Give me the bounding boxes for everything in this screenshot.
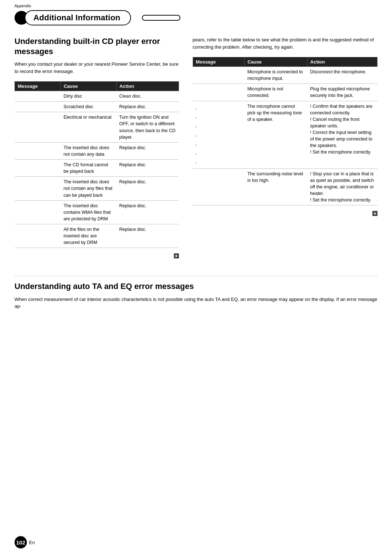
cell-message: ,,,,,,,: [193, 101, 244, 168]
cell-cause: Scratched disc: [61, 102, 117, 112]
table-row: Scratched disc Replace disc.: [15, 102, 179, 112]
cell-cause: The CD format cannot be played back: [61, 160, 117, 177]
cell-action: ! Stop your car in a place that is as qu…: [307, 168, 377, 205]
cell-message: [15, 112, 61, 143]
cell-cause: The inserted disc contains WMA files tha…: [61, 200, 117, 224]
cell-action: Clean disc.: [116, 91, 179, 102]
cell-cause: Microphone is connected to mi­crophone i…: [244, 67, 307, 84]
cell-action: Turn the ignition ON and OFF, or switch …: [116, 112, 179, 143]
th-action-right: Action: [307, 57, 377, 67]
cell-message: [15, 160, 61, 177]
appendix-label: Appendix: [15, 4, 31, 8]
section1-right-intro: pears, refer to the table below to see w…: [193, 36, 377, 50]
page-number: 102: [15, 536, 27, 548]
cell-message: [193, 168, 244, 205]
page-number-area: 102 En: [15, 536, 35, 548]
cell-action: Replace disc.: [116, 160, 179, 177]
section1-heading: Understanding built-in CD player error m…: [15, 36, 179, 56]
cell-cause: The inserted disc does not contain any d…: [61, 142, 117, 159]
cell-cause: All the files on the inserted disc are s…: [61, 224, 117, 248]
cell-cause: The inserted disc does not contain any f…: [61, 177, 117, 200]
page-en-label: En: [29, 540, 35, 545]
table-row: The inserted disc does not contain any f…: [15, 177, 179, 200]
table-row: The inserted disc does not contain any d…: [15, 142, 179, 159]
note-symbol-right: ■: [372, 211, 377, 216]
error-table-right: Message Cause Action Microphone is conne…: [193, 57, 377, 205]
section1-intro: When you contact your dealer or your nea…: [15, 61, 179, 75]
table-row: The CD format cannot be played back Repl…: [15, 160, 179, 177]
table-row: All the files on the inserted disc are s…: [15, 224, 179, 248]
cell-cause: The surrounding noise level is too high.: [244, 168, 307, 205]
cell-message: [193, 84, 244, 101]
section2-heading: Understanding auto TA and EQ error messa…: [15, 281, 377, 291]
cell-cause: Electrical or me­chanical: [61, 112, 117, 143]
cell-action: Replace disc.: [116, 224, 179, 248]
cell-message: [15, 224, 61, 248]
cell-action: ! Confirm that the speakers are con­nect…: [307, 101, 377, 168]
cell-action: Plug the supplied microphone se­curely i…: [307, 84, 377, 101]
page: Appendix Additional Information Understa…: [0, 0, 392, 555]
cell-action: Replace disc.: [116, 142, 179, 159]
table-row: Microphone is not connected. Plug the su…: [193, 84, 377, 101]
cell-action: Replace disc.: [116, 102, 179, 112]
cell-message: [15, 200, 61, 224]
th-cause-right: Cause: [244, 57, 307, 67]
bottom-section: Understanding auto TA and EQ error messa…: [0, 258, 392, 317]
cell-message: [15, 142, 61, 159]
right-column: pears, refer to the table below to see w…: [189, 36, 377, 258]
cell-action: Replace disc.: [116, 200, 179, 224]
table-row: Dirty disc Clean disc.: [15, 91, 179, 102]
table-note-right: ■: [193, 211, 377, 216]
table-row: Electrical or me­chanical Turn the ignit…: [15, 112, 179, 143]
note-symbol-left: ■: [174, 253, 179, 258]
th-action-left: Action: [116, 82, 179, 91]
th-message-left: Message: [15, 82, 61, 91]
cell-action: Disconnect the mi­crophone.: [307, 67, 377, 84]
cell-message: [15, 177, 61, 200]
cell-cause: The microphone cannot pick up the measur…: [244, 101, 307, 168]
section-title: Additional Information: [33, 13, 120, 22]
table-row: Microphone is connected to mi­crophone i…: [193, 67, 377, 84]
table-row: The inserted disc contains WMA files tha…: [15, 200, 179, 224]
th-message-right: Message: [193, 57, 244, 67]
error-table-left: Message Cause Action Dirty disc Clean di…: [15, 81, 179, 248]
cell-message: [15, 102, 61, 112]
cell-action: Replace disc.: [116, 177, 179, 200]
table-row: The surrounding noise level is too high.…: [193, 168, 377, 205]
cell-cause: Dirty disc: [61, 91, 117, 102]
table-row: ,,,,,,, The microphone cannot pick up th…: [193, 101, 377, 168]
cell-message: [193, 67, 244, 84]
section-title-pill-right: [142, 15, 180, 21]
section2-intro: When correct measurement of car interior…: [15, 296, 377, 310]
left-column: Understanding built-in CD player error m…: [15, 36, 189, 258]
cell-cause: Microphone is not connected.: [244, 84, 307, 101]
table-note-left: ■: [15, 253, 179, 258]
section-title-pill: Additional Information: [25, 10, 131, 25]
cell-message: [15, 91, 61, 102]
th-cause-left: Cause: [61, 82, 117, 91]
divider: [15, 276, 377, 276]
